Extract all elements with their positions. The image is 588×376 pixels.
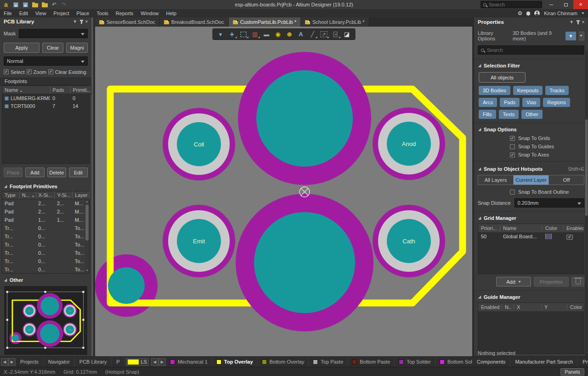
primitive-row[interactable]: Tr... 0... To... bbox=[2, 241, 90, 249]
column-layer[interactable]: Layer bbox=[73, 191, 90, 199]
column-xsize[interactable]: X-Si... bbox=[36, 191, 55, 199]
panels-button[interactable]: Panels bbox=[560, 368, 584, 376]
add-grid-button[interactable]: Add bbox=[496, 277, 531, 286]
edit-footprint-button[interactable]: Edit bbox=[69, 168, 88, 177]
snap-option-checkbox[interactable]: Snap To Axes bbox=[510, 152, 588, 157]
panel-menu-icon[interactable]: ▼ bbox=[73, 19, 77, 24]
panel-tabs-right-icon[interactable]: ▶ bbox=[8, 358, 16, 366]
other-header[interactable]: Other bbox=[4, 277, 88, 283]
close-panel-icon[interactable]: × bbox=[582, 20, 584, 24]
dimension-icon[interactable] bbox=[330, 29, 341, 39]
pin-icon[interactable] bbox=[577, 20, 579, 24]
add-footprint-button[interactable]: Add bbox=[25, 168, 44, 177]
menu-item[interactable]: Place bbox=[73, 11, 93, 16]
clear-button[interactable]: Clear bbox=[42, 43, 64, 53]
close-panel-icon[interactable]: × bbox=[85, 19, 88, 24]
active-layer-icon[interactable] bbox=[341, 29, 352, 39]
checkbox-icon[interactable] bbox=[510, 136, 515, 141]
close-button[interactable]: × bbox=[573, 0, 588, 9]
board-insight-icon[interactable] bbox=[249, 29, 260, 39]
layer-tab[interactable]: Top Solder bbox=[395, 357, 435, 367]
avatar[interactable] bbox=[534, 11, 540, 16]
panel-tab[interactable]: P bbox=[112, 357, 124, 367]
column-color[interactable]: Color bbox=[543, 225, 564, 231]
column-color[interactable]: Color bbox=[567, 304, 584, 310]
checkbox-icon[interactable] bbox=[566, 235, 573, 240]
pad-anod[interactable]: Anod bbox=[373, 107, 445, 180]
filter-scope-label[interactable]: 3D Bodies (and 9 more) bbox=[513, 30, 563, 41]
footprint-row[interactable]: LUMBERG-KRM08 0 0 bbox=[2, 94, 92, 102]
properties-search[interactable] bbox=[478, 45, 584, 55]
checkbox-icon[interactable] bbox=[27, 69, 32, 74]
measure-icon[interactable] bbox=[318, 29, 329, 39]
properties-scrollbar[interactable] bbox=[585, 51, 588, 356]
right-panel-tab[interactable]: Manufacturer Part Search bbox=[510, 357, 578, 367]
column-n[interactable]: N... bbox=[19, 191, 36, 199]
menu-item[interactable]: Project bbox=[50, 11, 73, 16]
column-x[interactable]: X bbox=[514, 304, 542, 310]
filter-icon[interactable] bbox=[215, 29, 226, 39]
magnify-button[interactable]: Magni bbox=[66, 43, 88, 53]
selection-filter-chip[interactable]: Fills bbox=[479, 110, 496, 119]
pad-icon[interactable] bbox=[272, 29, 283, 39]
open-folder-icon[interactable] bbox=[32, 2, 38, 8]
hotspot-scope-segment[interactable]: All Layers bbox=[478, 175, 514, 185]
selection-filter-chip[interactable]: Regions bbox=[543, 98, 570, 107]
corner-pad-hole[interactable] bbox=[108, 267, 145, 304]
layer-tab[interactable]: Top Paste bbox=[309, 357, 348, 367]
footprint-primitives-header[interactable]: Footprint Primitives bbox=[4, 184, 88, 189]
line-icon[interactable] bbox=[307, 29, 318, 39]
column-primitives[interactable]: Primiti... bbox=[70, 86, 92, 94]
gear-icon[interactable]: ⚙ bbox=[517, 10, 522, 17]
menu-item[interactable]: View bbox=[32, 11, 50, 16]
selection-filter-chip[interactable]: Vias bbox=[522, 98, 540, 107]
right-panel-tab[interactable]: Properties bbox=[578, 357, 588, 367]
library-option-checkbox[interactable]: Select bbox=[4, 69, 25, 75]
restore-button[interactable] bbox=[559, 0, 573, 9]
delete-footprint-button[interactable]: Delete bbox=[47, 168, 66, 177]
snap-option-checkbox[interactable]: Snap To Guides bbox=[510, 144, 588, 149]
checkbox-icon[interactable] bbox=[48, 69, 53, 74]
checkbox-icon[interactable] bbox=[4, 69, 9, 74]
selection-filter-chip[interactable]: Arcs bbox=[479, 98, 497, 107]
string-icon[interactable] bbox=[295, 29, 306, 39]
layer-tab[interactable]: Bottom Overlay bbox=[258, 357, 309, 367]
footprints-header[interactable]: Footprints bbox=[0, 78, 91, 86]
library-option-checkbox[interactable]: Zoom bbox=[27, 69, 46, 75]
library-option-checkbox[interactable]: Clear Existing bbox=[48, 69, 86, 75]
via-icon[interactable] bbox=[284, 29, 295, 39]
column-priority[interactable]: Priori... bbox=[478, 225, 500, 231]
board-outline-checkbox[interactable]: Snap To Board Outline bbox=[510, 189, 588, 195]
snap-option-checkbox[interactable]: Snap To Grids bbox=[510, 135, 588, 141]
chevron-down-icon[interactable] bbox=[582, 12, 584, 14]
panel-tabs-left-icon[interactable]: ◀ bbox=[1, 358, 8, 366]
footprint-row[interactable]: TCRT5000 7 14 bbox=[2, 102, 92, 110]
checkbox-icon[interactable] bbox=[510, 190, 515, 195]
move-icon[interactable] bbox=[226, 29, 237, 39]
column-n[interactable]: N.. bbox=[502, 304, 514, 310]
global-search[interactable] bbox=[481, 1, 542, 8]
top-center-pad[interactable] bbox=[238, 52, 371, 185]
right-panel-tab[interactable]: Components bbox=[472, 357, 510, 367]
document-tab[interactable]: SensorBoard.SchDoc bbox=[95, 17, 160, 27]
pin-icon[interactable] bbox=[81, 20, 82, 24]
save-all-icon[interactable] bbox=[22, 2, 28, 8]
layer-set-selector[interactable]: LS bbox=[126, 358, 148, 366]
scrollbar-thumb[interactable] bbox=[585, 119, 588, 216]
scroll-up-icon[interactable]: ▲ bbox=[85, 200, 89, 204]
save-icon[interactable] bbox=[12, 2, 19, 8]
pcb-canvas[interactable]: Coll Anod Emit Cath bbox=[95, 27, 472, 356]
mask-dropdown[interactable] bbox=[19, 29, 88, 38]
menu-item[interactable]: Edit bbox=[16, 11, 32, 16]
column-pads[interactable]: Pads bbox=[50, 86, 70, 94]
layer-tabs-left-icon[interactable]: ◀ bbox=[151, 358, 158, 366]
panel-tab[interactable]: PCB Library bbox=[75, 357, 112, 367]
selection-filter-chip[interactable]: Keepouts bbox=[513, 86, 543, 95]
checkbox-icon[interactable] bbox=[510, 144, 515, 149]
scroll-down-icon[interactable]: ▼ bbox=[85, 269, 89, 273]
panel-tab[interactable]: Projects bbox=[16, 357, 44, 367]
grid-row[interactable]: 50 Global Board... bbox=[478, 232, 584, 241]
filter-icon[interactable]: ▼ bbox=[565, 32, 576, 40]
minimize-button[interactable] bbox=[544, 0, 559, 9]
menu-item[interactable]: Reports bbox=[112, 11, 137, 16]
